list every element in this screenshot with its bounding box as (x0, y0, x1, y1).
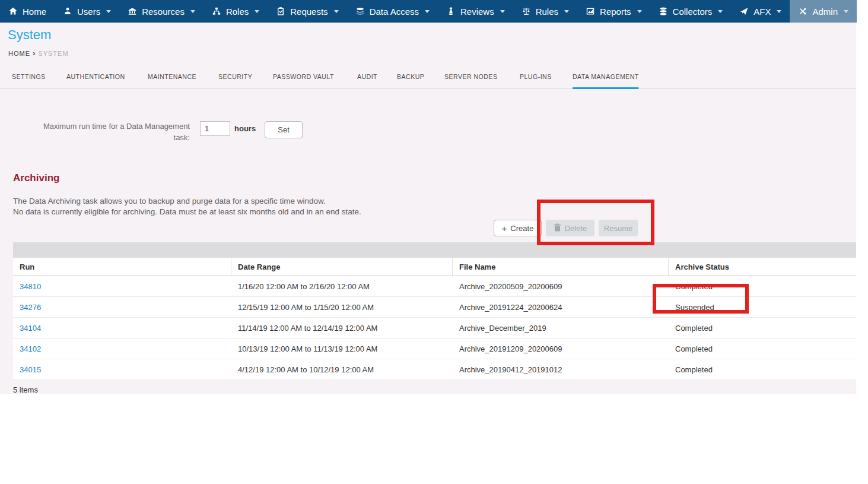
nav-item-users[interactable]: Users (55, 0, 119, 23)
max-runtime-form: Maximum run time for a Data Management t… (0, 121, 856, 144)
run-link[interactable]: 34104 (20, 324, 41, 333)
breadcrumb: HOME›SYSTEM (0, 43, 856, 58)
tab-plug-ins[interactable]: PLUG-INS (520, 73, 552, 88)
file-name-cell: Archive_20191209_20200609 (453, 339, 669, 359)
column-header-run[interactable]: Run (13, 258, 231, 276)
tab-bar: SETTINGS AUTHENTICATION MAINTENANCE SECU… (0, 73, 856, 88)
date-range-cell: 12/15/19 12:00 AM to 1/15/20 12:00 AM (231, 297, 453, 317)
table-row: 34015 4/12/19 12:00 AM to 10/12/19 12:00… (13, 359, 856, 380)
table-row: 34276 12/15/19 12:00 AM to 1/15/20 12:00… (13, 297, 856, 318)
caret-down-icon (334, 10, 339, 13)
column-header-archive-status[interactable]: Archive Status (669, 258, 856, 276)
nav-item-data-access[interactable]: Data Access (347, 0, 438, 23)
breadcrumb-home[interactable]: HOME (8, 50, 30, 57)
archive-runs-table: Run Date Range File Name Archive Status … (13, 242, 856, 400)
resume-button[interactable]: Resume (599, 220, 638, 236)
home-icon (8, 7, 18, 16)
bank-icon (128, 7, 137, 16)
column-header-date-range[interactable]: Date Range (231, 258, 453, 276)
nav-label: Reviews (460, 7, 494, 17)
file-name-cell: Archive_20190412_20191012 (453, 359, 669, 379)
column-header-file-name[interactable]: File Name (453, 258, 669, 276)
archive-status-cell: Completed (669, 339, 856, 359)
nav-label: Reports (600, 7, 631, 17)
plus-icon: + (502, 223, 507, 233)
max-runtime-label: Maximum run time for a Data Management t… (0, 121, 190, 144)
date-range-cell: 10/13/19 12:00 AM to 11/13/19 12:00 AM (231, 339, 453, 359)
table-row: 34102 10/13/19 12:00 AM to 11/13/19 12:0… (13, 339, 856, 359)
archiving-description-line1: The Data Archiving task allows you to ba… (13, 196, 856, 207)
tab-maintenance[interactable]: MAINTENANCE (148, 73, 196, 88)
nav-item-admin[interactable]: Admin (790, 0, 857, 23)
run-link[interactable]: 34102 (20, 344, 41, 353)
run-link[interactable]: 34015 (20, 365, 41, 374)
nav-item-collectors[interactable]: Collectors (650, 0, 732, 23)
archiving-description-line2: No data is currently eligible for archiv… (13, 207, 856, 217)
tab-password-vault[interactable]: PASSWORD VAULT (273, 73, 334, 88)
table-item-count: 5 items (13, 380, 856, 400)
file-name-cell: Archive_December_2019 (453, 318, 669, 338)
nav-label: Data Access (370, 7, 419, 17)
date-range-cell: 11/14/19 12:00 AM to 12/14/19 12:00 AM (231, 318, 453, 338)
page-content: System HOME›SYSTEM SETTINGS AUTHENTICATI… (0, 23, 856, 394)
create-button[interactable]: + Create (494, 220, 542, 236)
tab-backup[interactable]: BACKUP (397, 73, 424, 88)
table-row: 34810 1/16/20 12:00 AM to 2/16/20 12:00 … (13, 276, 856, 297)
tab-settings[interactable]: SETTINGS (12, 73, 46, 88)
max-runtime-label-line1: Maximum run time for a Data Management (0, 121, 190, 132)
rocket-icon (739, 7, 749, 16)
run-link[interactable]: 34810 (20, 282, 41, 291)
nav-label: Resources (142, 7, 185, 17)
archive-status-cell: Completed (669, 276, 856, 296)
tab-data-management[interactable]: DATA MANAGEMENT (573, 73, 639, 89)
caret-down-icon (718, 10, 723, 13)
caret-down-icon (777, 10, 781, 13)
database-icon (659, 7, 668, 16)
table-row: 34104 11/14/19 12:00 AM to 12/14/19 12:0… (13, 318, 856, 339)
run-link[interactable]: 34276 (20, 303, 41, 312)
nav-item-reviews[interactable]: Reviews (438, 0, 513, 23)
nav-item-resources[interactable]: Resources (119, 0, 204, 23)
file-name-cell: Archive_20191224_20200624 (453, 297, 669, 317)
date-range-cell: 1/16/20 12:00 AM to 2/16/20 12:00 AM (231, 276, 453, 296)
tab-audit[interactable]: AUDIT (357, 73, 377, 88)
delete-button-label: Delete (565, 224, 587, 233)
tab-authentication[interactable]: AUTHENTICATION (66, 73, 125, 88)
caret-down-icon (255, 10, 259, 13)
users-icon (63, 7, 72, 16)
nav-label: Rules (536, 7, 558, 17)
archive-status-cell: Suspended (669, 297, 856, 317)
nav-item-requests[interactable]: Requests (268, 0, 346, 23)
nav-item-roles[interactable]: Roles (204, 0, 268, 23)
caret-down-icon (190, 10, 195, 13)
archiving-heading: Archiving (13, 172, 856, 184)
archive-status-cell: Completed (669, 359, 856, 379)
tab-server-nodes[interactable]: SERVER NODES (444, 73, 497, 88)
archive-status-cell: Completed (669, 318, 856, 338)
nav-item-afx[interactable]: AFX (731, 0, 790, 23)
balance-scale-icon (522, 7, 531, 16)
caret-down-icon (844, 10, 848, 13)
caret-down-icon (106, 10, 111, 13)
set-button[interactable]: Set (265, 121, 303, 138)
nav-item-home[interactable]: Home (0, 0, 55, 23)
caret-down-icon (637, 10, 642, 13)
breadcrumb-current: SYSTEM (38, 50, 68, 57)
page-title: System (0, 23, 856, 43)
file-name-cell: Archive_20200509_20200609 (453, 276, 669, 296)
max-runtime-label-line2: task: (0, 132, 190, 144)
max-runtime-unit: hours (234, 124, 256, 133)
nav-label: Users (77, 7, 100, 17)
caret-down-icon (425, 10, 430, 13)
nav-label: Home (23, 7, 46, 17)
delete-button[interactable]: Delete (546, 220, 594, 236)
table-header-row: Run Date Range File Name Archive Status (13, 258, 856, 276)
nav-label: Requests (290, 7, 328, 17)
nav-item-rules[interactable]: Rules (513, 0, 577, 23)
nav-item-reports[interactable]: Reports (577, 0, 650, 23)
nav-label: Collectors (673, 7, 713, 17)
tab-security[interactable]: SECURITY (218, 73, 252, 88)
caret-down-icon (500, 10, 505, 13)
archiving-description: The Data Archiving task allows you to ba… (13, 196, 856, 217)
max-runtime-input[interactable] (200, 121, 230, 136)
